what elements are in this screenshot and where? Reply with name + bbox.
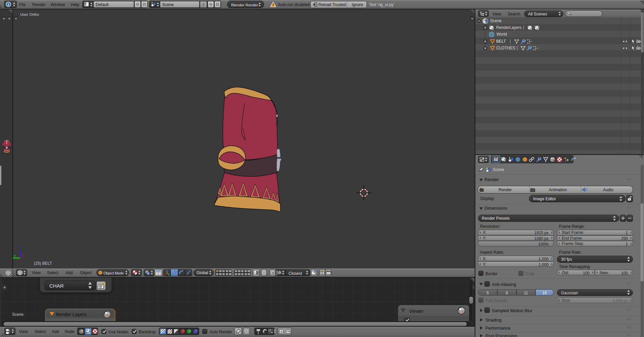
- svg-text:x: x: [22, 253, 24, 257]
- svg-text:y: y: [14, 253, 16, 257]
- svg-text:i: i: [8, 2, 9, 6]
- svg-text:z: z: [19, 245, 22, 249]
